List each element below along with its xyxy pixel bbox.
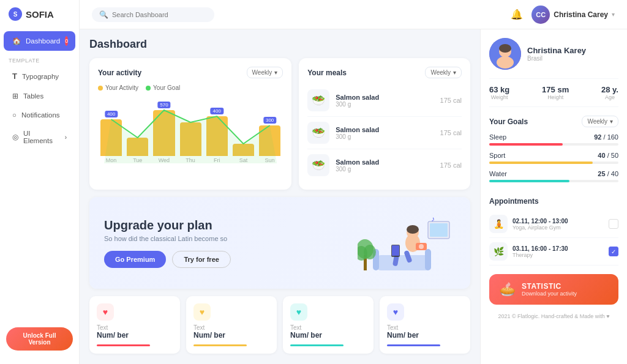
sidebar-item-tables[interactable]: ⊞ Tables	[4, 87, 75, 105]
chart-day-label: Fri	[214, 157, 220, 163]
stat-mini-label: Text	[290, 324, 366, 331]
stat-mini-value: Num/ ber	[387, 331, 463, 340]
meal-item: 🥗 Salmon salad 300 g 175 cal	[307, 117, 462, 149]
bar-value-label: 300	[263, 117, 276, 124]
meals-card-title: Your meals	[307, 69, 347, 77]
activity-card-title: Your activity	[98, 69, 141, 77]
statistic-button[interactable]: 🥧 STATISTIC Download your activity	[489, 274, 618, 305]
profile-avatar	[489, 38, 521, 70]
meal-weight: 300 g	[336, 133, 434, 140]
upgrade-banner: Upgrade your plan So how did the classic…	[89, 197, 470, 289]
goals-section: Your Goals Weekly ▾ Sleep 92 / 160 Sport…	[489, 116, 618, 188]
stat-weight-value: 63 kg	[489, 85, 509, 94]
sidebar-item-ui-elements[interactable]: ◎ UI Elements ›	[4, 125, 75, 149]
appointment-checkbox[interactable]: ✓	[609, 247, 618, 256]
dashboard-icon: 🏠	[12, 37, 21, 45]
sidebar-section-template: TEMPLATE	[0, 51, 79, 66]
appointments-list: 🧘 02.11, 12:00 - 13:00 Yoga, Airplace Gy…	[489, 210, 618, 266]
sidebar-item-typography[interactable]: T Typography	[4, 67, 75, 86]
goals-title: Your Goals	[489, 117, 528, 126]
goals-weekly-dropdown[interactable]: Weekly ▾	[582, 116, 618, 127]
meals-card-header: Your meals Weekly ▾	[307, 67, 462, 78]
activity-weekly-dropdown[interactable]: Weekly ▾	[247, 67, 283, 78]
svg-point-7	[407, 225, 419, 234]
page-title: Dashboard	[89, 38, 470, 51]
sidebar: S SOFIA 🏠 Dashboard 0 TEMPLATE T Typogra…	[0, 0, 80, 364]
dashboard-badge: 0	[65, 36, 68, 46]
chart-day-label: Wed	[159, 157, 170, 163]
search-box[interactable]: 🔍	[92, 7, 214, 22]
meal-calories: 175 cal	[440, 162, 462, 169]
goal-item: Sleep 92 / 160	[489, 133, 618, 146]
meal-item: 🥗 Salmon salad 300 g 175 cal	[307, 149, 462, 181]
meal-name: Salmon salad	[336, 94, 434, 101]
user-info[interactable]: CC Christina Carey ▾	[531, 6, 615, 24]
sidebar-item-dashboard[interactable]: 🏠 Dashboard 0	[4, 31, 75, 51]
goal-bar-bg	[489, 162, 618, 164]
sidebar-item-label: Dashboard	[26, 37, 60, 45]
stat-height-value: 175 sm	[542, 85, 569, 94]
user-name: Christina Carey	[554, 10, 608, 19]
appointment-name: Yoga, Airplace Gym	[512, 225, 604, 231]
appointment-checkbox[interactable]	[609, 219, 618, 229]
upgrade-subtitle: So how did the classical Latin become so	[104, 235, 358, 242]
topbar: 🔍 🔔 CC Christina Carey ▾	[80, 0, 627, 29]
chart-bar-group: 300Sun	[259, 124, 280, 163]
goal-name: Sport	[489, 152, 505, 159]
svg-rect-4	[425, 249, 431, 270]
activity-dot	[98, 86, 103, 91]
chart-bar-group: Thu	[180, 121, 201, 163]
app-name: SOFIA	[26, 9, 54, 20]
statistic-text: STATISTIC Download your activity	[522, 282, 577, 297]
search-input[interactable]	[112, 11, 207, 18]
chevron-down-icon: ▾	[274, 69, 277, 76]
goal-value: 92 / 160	[594, 133, 618, 141]
goal-dot	[146, 86, 151, 91]
goal-label-row: Sleep 92 / 160	[489, 133, 618, 141]
stat-mini-card: ♥ Text Num/ ber	[89, 296, 180, 354]
appointment-item: 🌿 03.11, 16:00 - 17:30 Therapy ✓	[489, 238, 618, 266]
meal-weight: 300 g	[336, 101, 434, 108]
appointment-item: 🧘 02.11, 12:00 - 13:00 Yoga, Airplace Gy…	[489, 210, 618, 238]
svg-rect-2	[376, 255, 431, 270]
main-content: 🔍 🔔 CC Christina Carey ▾ Dashboard Your …	[80, 0, 627, 364]
unlock-full-version-button[interactable]: Unlock Full Version	[6, 327, 73, 351]
profile-stats-row: 63 kg Weight 175 sm Height 28 y. Age	[489, 78, 618, 107]
svg-point-22	[497, 56, 514, 69]
bar-value-label: 570	[157, 102, 170, 108]
upgrade-text: Upgrade your plan So how did the classic…	[104, 218, 358, 268]
meals-weekly-dropdown[interactable]: Weekly ▾	[425, 67, 462, 78]
meals-card: Your meals Weekly ▾ 🥗 Salmon salad 300 g…	[299, 58, 470, 190]
appointment-icon: 🧘	[489, 215, 508, 233]
meal-name: Salmon salad	[336, 158, 434, 166]
svg-rect-11	[392, 245, 399, 256]
stat-mini-value: Num/ ber	[290, 331, 366, 340]
meal-icon: 🥗	[307, 122, 329, 144]
chart-day-label: Sun	[265, 157, 275, 163]
sidebar-item-notifications[interactable]: ○ Notifications	[4, 106, 75, 124]
chart-legend: Your Activity Your Goal	[98, 84, 283, 91]
meal-calories: 175 cal	[440, 97, 462, 104]
go-premium-button[interactable]: Go Premium	[104, 251, 166, 268]
ui-elements-icon: ◎	[12, 133, 18, 141]
goal-bar-fill	[489, 162, 593, 164]
stat-height-label: Height	[542, 94, 569, 100]
bell-icon[interactable]: 🔔	[511, 9, 523, 20]
chart-bar: 570	[153, 110, 175, 156]
goal-bar-fill	[489, 143, 563, 146]
try-free-button[interactable]: Try for free	[172, 251, 230, 268]
upgrade-buttons: Go Premium Try for free	[104, 251, 358, 268]
goal-bar-bg	[489, 180, 618, 182]
appointment-icon: 🌿	[489, 242, 508, 261]
stat-mini-label: Text	[97, 324, 173, 331]
meal-info: Salmon salad 300 g	[336, 158, 434, 173]
avatar: CC	[531, 6, 550, 24]
meal-item: 🥗 Salmon salad 300 g 175 cal	[307, 84, 462, 117]
footer: 2021 © Flatlogic. Hand-crafted & Made wi…	[489, 313, 618, 319]
chart-bar: 300	[259, 125, 280, 156]
chart-bar: 400	[100, 119, 122, 156]
svg-rect-17	[430, 223, 448, 237]
svg-point-15	[364, 245, 376, 259]
appointment-info: 02.11, 12:00 - 13:00 Yoga, Airplace Gym	[512, 218, 604, 231]
appointment-time: 03.11, 16:00 - 17:30	[512, 245, 604, 252]
